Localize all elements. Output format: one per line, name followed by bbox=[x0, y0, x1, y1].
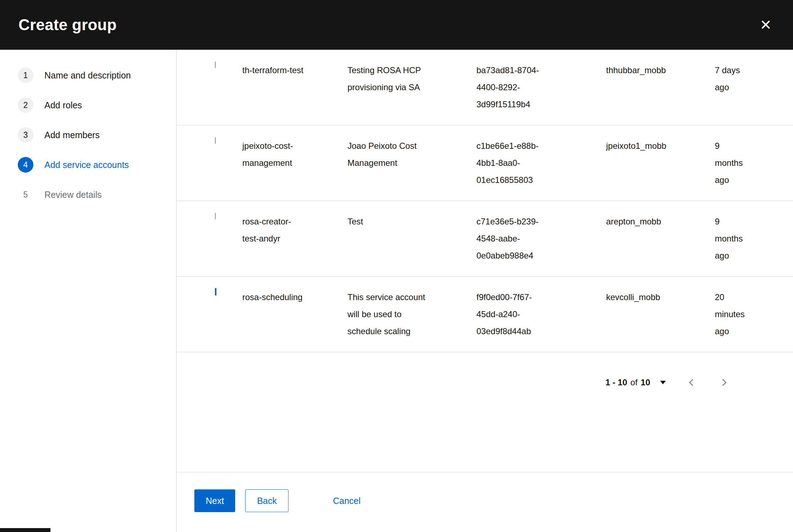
cell-client-id: c1be66e1-e88b-4bb1-8aa0-01ec16855803 bbox=[476, 137, 552, 189]
cell-client-id: f9f0ed00-7f67-45dd-a240-03ed9f8d44ab bbox=[476, 289, 552, 340]
wizard-step-name-and-description[interactable]: 1 Name and description bbox=[0, 60, 176, 90]
step-label: Add service accounts bbox=[44, 160, 129, 170]
cell-name: rosa-scheduling bbox=[242, 289, 307, 306]
cell-time-created: 20 minutes ago bbox=[715, 289, 749, 340]
modal-title: Create group bbox=[18, 16, 117, 34]
cell-time-created: 9 months ago bbox=[715, 137, 749, 189]
wizard-content: th-terraform-test Testing ROSA HCP provi… bbox=[177, 50, 793, 532]
step-number: 2 bbox=[18, 97, 33, 113]
wizard-nav: 1 Name and description 2 Add roles 3 Add… bbox=[0, 50, 177, 532]
step-number: 5 bbox=[18, 187, 33, 202]
cell-name: th-terraform-test bbox=[242, 62, 307, 79]
chevron-right-icon bbox=[719, 379, 727, 386]
cell-name: jpeixoto-cost-management bbox=[242, 137, 307, 172]
cell-owner: kevcolli_mobb bbox=[606, 289, 698, 306]
cell-name: rosa-creator-test-andyr bbox=[242, 213, 307, 247]
pagination-of-label: of bbox=[630, 378, 637, 387]
close-button[interactable]: ✕ bbox=[757, 15, 775, 35]
row-checkbox[interactable] bbox=[215, 61, 216, 68]
wizard-step-add-service-accounts[interactable]: 4 Add service accounts bbox=[0, 150, 176, 180]
step-number: 4 bbox=[18, 157, 33, 173]
service-accounts-table: th-terraform-test Testing ROSA HCP provi… bbox=[177, 50, 793, 352]
step-number: 1 bbox=[18, 67, 33, 83]
pagination: 1 - 10 of 10 bbox=[177, 376, 793, 389]
step-label: Add roles bbox=[44, 100, 82, 110]
step-label: Name and description bbox=[44, 70, 131, 81]
wizard-step-add-members[interactable]: 3 Add members bbox=[0, 120, 176, 150]
wizard-step-review-details[interactable]: 5 Review details bbox=[0, 180, 176, 210]
cell-owner: arepton_mobb bbox=[606, 213, 698, 230]
row-checkbox[interactable] bbox=[215, 288, 216, 295]
table-row: jpeixoto-cost-management Joao Peixoto Co… bbox=[177, 125, 793, 201]
underlying-page-strip bbox=[0, 528, 50, 532]
wizard-footer: Next Back Cancel bbox=[177, 472, 793, 532]
pagination-range: 1 - 10 bbox=[605, 378, 627, 387]
row-checkbox[interactable] bbox=[215, 137, 216, 144]
table-row: rosa-creator-test-andyr Test c71e36e5-b2… bbox=[177, 201, 793, 277]
pagination-menu-toggle[interactable] bbox=[658, 379, 668, 386]
cancel-button[interactable]: Cancel bbox=[333, 489, 361, 512]
table-row: th-terraform-test Testing ROSA HCP provi… bbox=[177, 50, 793, 125]
back-button[interactable]: Back bbox=[245, 489, 288, 512]
table-row: rosa-scheduling This service account wil… bbox=[177, 277, 793, 352]
chevron-left-icon bbox=[689, 379, 696, 386]
cell-owner: jpeixoto1_mobb bbox=[606, 137, 698, 154]
modal-header: Create group ✕ bbox=[0, 0, 793, 50]
cell-time-created: 7 days ago bbox=[715, 62, 749, 96]
cell-owner: thhubbar_mobb bbox=[606, 62, 698, 79]
create-group-wizard: Create group ✕ 1 Name and description 2 … bbox=[0, 0, 793, 532]
cell-description: Joao Peixoto Cost Management bbox=[347, 137, 436, 172]
cell-time-created: 9 months ago bbox=[715, 213, 749, 264]
pagination-total: 10 bbox=[641, 378, 650, 387]
next-button[interactable]: Next bbox=[194, 489, 235, 512]
cell-description: Test bbox=[347, 213, 436, 230]
modal-body: 1 Name and description 2 Add roles 3 Add… bbox=[0, 50, 793, 532]
step-number: 3 bbox=[18, 127, 33, 143]
cell-description: Testing ROSA HCP provisioning via SA bbox=[347, 62, 436, 96]
step-label: Add members bbox=[44, 130, 100, 140]
cell-client-id: c71e36e5-b239-4548-aabe-0e0abeb988e4 bbox=[476, 213, 552, 264]
previous-page-button[interactable] bbox=[686, 376, 698, 389]
wizard-step-add-roles[interactable]: 2 Add roles bbox=[0, 90, 176, 120]
close-icon: ✕ bbox=[760, 17, 772, 33]
caret-down-icon bbox=[660, 381, 666, 384]
step-label: Review details bbox=[44, 190, 102, 200]
next-page-button[interactable] bbox=[717, 376, 729, 389]
cell-description: This service account will be used to sch… bbox=[347, 289, 436, 340]
row-checkbox[interactable] bbox=[215, 213, 216, 219]
cell-client-id: ba73ad81-8704-4400-8292-3d99f15119b4 bbox=[476, 62, 552, 113]
